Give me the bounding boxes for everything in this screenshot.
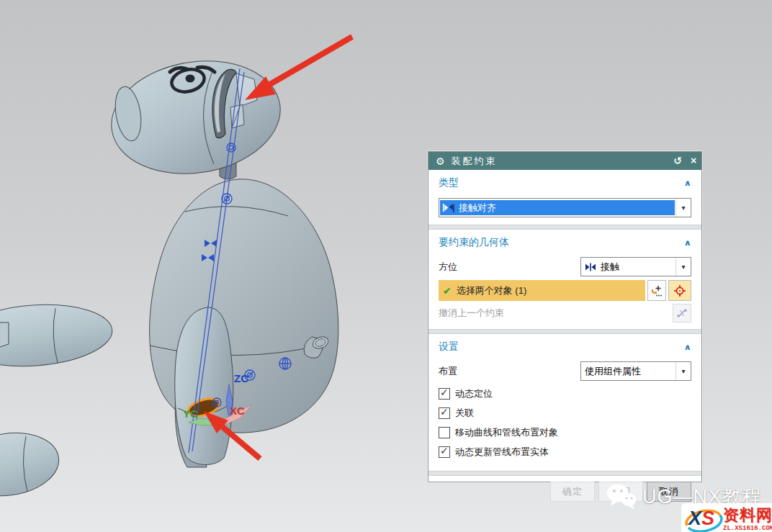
checkbox-label: 移动曲线和管线布置对象	[455, 426, 558, 439]
collapse-chevron-icon[interactable]: ∧	[683, 238, 691, 248]
chevron-down-icon[interactable]: ▾	[676, 362, 691, 380]
site-logo: XS 资料网 ZL.XS1616.COM	[681, 503, 772, 532]
wcs-x-label: XC	[230, 405, 245, 417]
select-objects-row[interactable]: ✔ 选择两个对象 (1)	[439, 280, 645, 301]
section-type-header[interactable]: 类型 ∧	[439, 176, 691, 190]
detached-foot-lower[interactable]	[0, 427, 63, 502]
point-dialog-button[interactable]	[668, 280, 691, 301]
orientation-label: 方位	[439, 261, 457, 274]
close-button[interactable]: ×	[686, 152, 701, 170]
xs-monogram: XS	[681, 504, 726, 532]
add-new-set-button[interactable]	[647, 280, 666, 301]
undo-last-constraint-label: 撤消上一个约束	[439, 307, 504, 320]
orientation-dropdown[interactable]: 接触 ▾	[580, 257, 691, 276]
section-type: 类型 ∧ 接触对齐 ▾	[428, 176, 701, 220]
reset-button[interactable]: ↺	[670, 152, 686, 170]
section-divider	[428, 329, 701, 334]
checkbox-dynamic-positioning[interactable]	[439, 388, 450, 400]
swap-icon	[676, 307, 688, 319]
orientation-value: 接触	[601, 261, 619, 274]
section-settings-title: 设置	[439, 341, 459, 353]
collapse-chevron-icon[interactable]: ∧	[683, 343, 691, 352]
undo-last-constraint-button	[673, 304, 691, 323]
chevron-down-icon[interactable]: ▾	[676, 199, 691, 217]
check-icon: ✔	[443, 285, 452, 297]
nx-graphics-window[interactable]: ZC XC YC UG—NX教程	[0, 0, 772, 532]
checkbox-move-curves[interactable]	[439, 427, 450, 438]
site-url: ZL.XS1616.COM	[723, 526, 772, 532]
crosshair-icon	[673, 284, 686, 297]
detached-foot-upper[interactable]	[0, 300, 115, 371]
site-name: 资料网	[723, 508, 772, 523]
collapse-chevron-icon[interactable]: ∧	[683, 179, 691, 188]
annotation-arrow-upper	[245, 37, 352, 100]
section-geometry: 要约束的几何体 ∧ 方位 接触 ▾	[428, 235, 701, 324]
constraint-type-dropdown[interactable]: 接触对齐 ▾	[439, 198, 691, 217]
touch-icon	[585, 262, 596, 272]
checkbox-associative[interactable]	[439, 407, 450, 419]
ok-button: 确定	[550, 482, 595, 502]
section-settings-header[interactable]: 设置 ∧	[439, 340, 691, 354]
section-divider	[428, 225, 701, 230]
assembly-constraints-dialog[interactable]: ⚙ 装配约束 ↺ × 类型 ∧	[428, 151, 702, 482]
constraint-type-value: 接触对齐	[459, 202, 496, 215]
wcs-y-label: YC	[183, 407, 198, 420]
touch-align-icon	[442, 202, 454, 213]
checkbox-dynamic-update-routing[interactable]	[439, 446, 450, 458]
section-type-title: 类型	[439, 176, 459, 189]
checkbox-label: 动态定位	[455, 387, 493, 400]
dog-front-leg[interactable]	[175, 307, 233, 465]
checkbox-label: 关联	[455, 407, 474, 420]
dialog-title: 装配约束	[452, 155, 670, 168]
section-geometry-title: 要约束的几何体	[439, 236, 509, 249]
wechat-icon	[605, 482, 638, 511]
chevron-down-icon[interactable]: ▾	[676, 258, 691, 276]
checkbox-label: 动态更新管线布置实体	[455, 446, 549, 459]
wcs-z-label: ZC	[234, 372, 248, 384]
section-settings: 设置 ∧ 布置 使用组件属性 ▾ 动态定位 关联	[428, 340, 701, 466]
gear-icon: ⚙	[436, 156, 445, 166]
arrangement-label: 布置	[439, 365, 457, 378]
arrangement-dropdown[interactable]: 使用组件属性 ▾	[580, 361, 691, 381]
section-geometry-header[interactable]: 要约束的几何体 ∧	[439, 235, 691, 250]
arrangement-value: 使用组件属性	[585, 365, 641, 378]
dog-head[interactable]	[103, 49, 288, 185]
dialog-titlebar[interactable]: ⚙ 装配约束 ↺ ×	[428, 152, 701, 170]
select-objects-label: 选择两个对象 (1)	[457, 284, 527, 297]
section-divider	[428, 471, 701, 476]
add-set-icon	[650, 284, 663, 297]
